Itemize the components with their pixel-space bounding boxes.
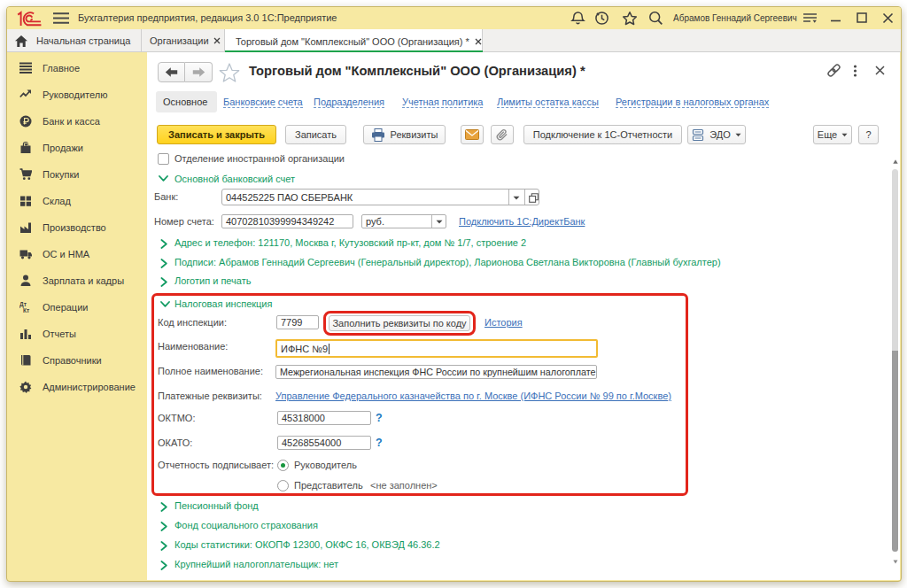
svg-text:Кт: Кт <box>23 307 29 313</box>
